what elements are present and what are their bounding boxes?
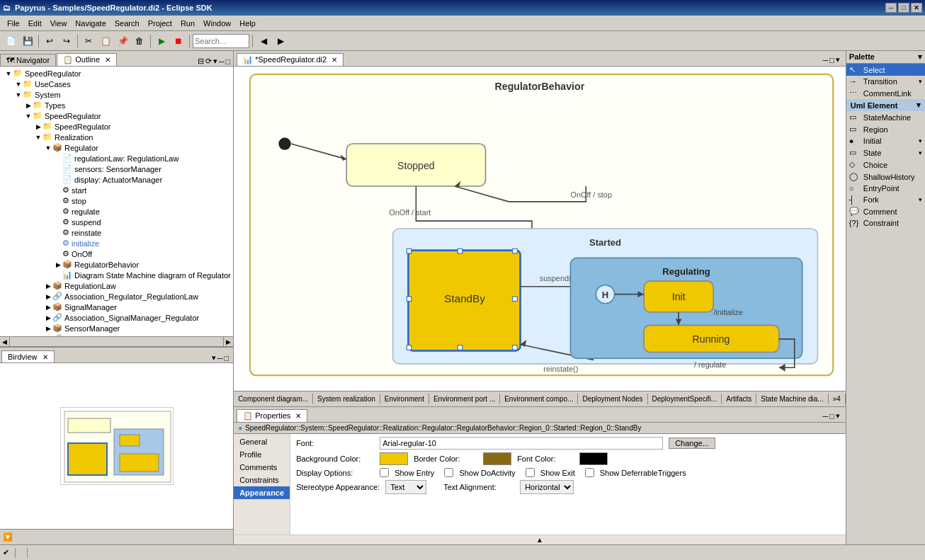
tree-item[interactable]: ▶📁Types [1,100,232,110]
tree-expand[interactable]: ▶ [24,102,33,109]
properties-tab-close[interactable]: ✕ [295,412,301,420]
birdview-close[interactable]: ✕ [42,353,48,361]
tree-item[interactable]: ▶📦SignalManager [1,302,232,312]
palette-transition-item[interactable]: → Transition ▾ [846,76,925,87]
search-input[interactable] [193,34,249,48]
diagram-min-icon[interactable]: ─ [822,56,828,64]
tree-expand[interactable]: ▶ [44,325,52,332]
menu-item-run[interactable]: Run [176,18,199,29]
menu-item-help[interactable]: Help [235,18,260,29]
birdview-max-icon[interactable]: □ [224,354,229,362]
text-align-select[interactable]: Horizontal Vertical [520,480,574,494]
palette-region-item[interactable]: ▭ Region [846,123,925,135]
tree-expand[interactable]: ▼ [34,134,42,141]
palette-fork-item[interactable]: ┤ Fork ▾ [846,194,925,205]
nav-back-button[interactable]: ◀ [256,33,271,49]
minimize-button[interactable]: ─ [885,3,897,13]
tree-expand[interactable]: ▼ [4,70,13,77]
tree-item[interactable]: ▶🔗Association_Regulator_RegulationLaw [1,291,232,302]
copy-button[interactable]: 📋 [98,33,113,49]
outline-tab[interactable]: 📋 Outline ✕ [57,53,117,66]
tree-item[interactable]: ▼📦Regulator [1,142,232,153]
tree-item[interactable]: ▼📁SpeedRegulator [1,110,232,121]
tree-item[interactable]: ⚙stop [1,195,232,206]
delete-button[interactable]: 🗑 [132,33,147,49]
prop-collapse-btn[interactable]: ▲ [234,535,846,544]
stop-button[interactable]: ⏹ [171,33,186,49]
change-font-button[interactable]: Change... [669,438,715,449]
tree-item[interactable]: ⚙initialize [1,238,232,248]
birdview-min-icon[interactable]: ─ [217,354,223,362]
prop-min-icon[interactable]: ─ [822,412,828,421]
sync-icon[interactable]: ⟳ [205,57,212,66]
tree-expand[interactable]: ▶ [54,261,62,268]
show-entry-checkbox[interactable] [380,468,389,477]
bottom-tab[interactable]: Environment port ... [429,394,500,404]
show-do-activity-checkbox[interactable] [444,468,453,477]
prop-max-icon[interactable]: □ [829,412,834,421]
close-button[interactable]: ✕ [911,3,922,13]
comments-tab[interactable]: Comments [234,461,290,474]
scroll-left-btn[interactable]: ◀ [0,337,10,346]
diagram-canvas[interactable]: RegulatorBehavior Stopped OnOff / start … [234,67,846,391]
menu-item-navigate[interactable]: Navigate [71,18,110,29]
palette-commentlink-item[interactable]: ⋯ CommentLink [846,87,925,99]
bottom-tab[interactable]: System realization [313,394,380,404]
scroll-right-btn[interactable]: ▶ [223,337,233,346]
navigator-tab[interactable]: 🗺 Navigator [0,54,56,66]
bg-color-swatch[interactable] [380,452,408,465]
font-input[interactable] [380,437,663,450]
tree-expand[interactable]: ▶ [44,314,52,321]
tree-item[interactable]: 📄regulationLaw: RegulationLaw [1,153,232,164]
tree-item[interactable]: ⚙regulate [1,206,232,217]
tree-item[interactable]: 📄sensors: SensorManager [1,164,232,174]
menu-item-file[interactable]: File [3,18,24,29]
tree-item[interactable]: ▶📦SensorManager [1,323,232,333]
tree-item[interactable]: ▶📦RegulatorBehavior [1,259,232,270]
save-button[interactable]: 💾 [20,33,35,49]
palette-state-item[interactable]: ▭ State ▾ [846,147,925,159]
diagram-max-icon[interactable]: □ [829,56,834,64]
bottom-tab[interactable]: State Machine dia... [756,394,828,404]
palette-statemachine-item[interactable]: ▭ StateMachine [846,111,925,123]
tree-item[interactable]: 📄display: ActuatorManager [1,174,232,185]
bottom-tab[interactable]: Deployment Nodes [578,394,647,404]
menu-item-edit[interactable]: Edit [24,18,46,29]
tree-expand[interactable]: ▶ [34,123,42,130]
birdview-tab[interactable]: Birdview ✕ [1,350,55,362]
tree-item[interactable]: ⚙start [1,185,232,195]
outline-close[interactable]: ✕ [105,56,110,64]
general-tab[interactable]: General [234,435,290,448]
appearance-tab[interactable]: Appearance [234,486,290,499]
bottom-tab[interactable]: Environment compo... [500,394,578,404]
uml-element-section[interactable]: Uml Element ▾ [846,99,925,111]
bottom-tab[interactable]: Environment [380,394,429,404]
show-exit-checkbox[interactable] [526,468,535,477]
diagram-menu-icon[interactable]: ▾ [836,55,840,64]
tree-item[interactable]: ▼📁SpeedRegulator [1,68,232,79]
bottom-tab[interactable]: Component diagram... [234,394,313,404]
redo-button[interactable]: ↪ [59,33,74,49]
tree-expand[interactable]: ▼ [14,81,23,88]
profile-tab[interactable]: Profile [234,448,290,461]
diagram-tab-close[interactable]: ✕ [331,56,337,64]
diagram-tab[interactable]: 📊 *SpeedRegulator.di2 ✕ [237,53,344,66]
palette-entrypoint-item[interactable]: ○ EntryPoint [846,183,925,194]
nav-forward-button[interactable]: ▶ [273,33,288,49]
tree-item[interactable]: ▶📁SpeedRegulator [1,121,232,132]
properties-tab[interactable]: 📋 Properties ✕ [237,409,307,422]
menu-item-view[interactable]: View [46,18,72,29]
palette-comment-item[interactable]: 💬 Comment [846,205,925,217]
minimize-panel-icon[interactable]: ─ [219,57,225,66]
tree-item[interactable]: ⚙reinstate [1,227,232,238]
stereotype-select[interactable]: Text Icon Shape [385,480,426,494]
tree-item[interactable]: ⚙suspend [1,217,232,227]
maximize-panel-icon[interactable]: □ [225,57,230,66]
undo-button[interactable]: ↩ [42,33,57,49]
tree-hscroll[interactable]: ◀ ▶ [0,336,233,346]
paste-button[interactable]: 📌 [115,33,130,49]
menu-item-project[interactable]: Project [144,18,176,29]
tree-item[interactable]: ▶🔗Association_SignalManager_Regulator [1,312,232,323]
bottom-tab[interactable]: »4 [829,394,846,404]
maximize-button[interactable]: □ [898,3,909,13]
